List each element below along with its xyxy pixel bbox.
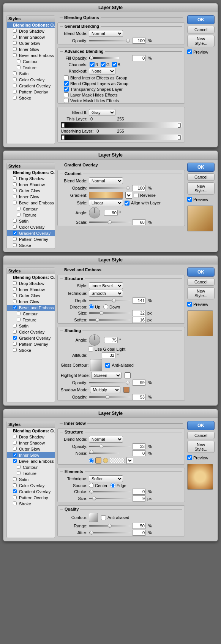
sidebar-item-inner-shadow[interactable]: Inner Shadow [7, 34, 55, 40]
sidebar-item-gradient-2[interactable]: Gradient Overlay [7, 230, 55, 236]
sidebar-item-pattern-4[interactable]: Pattern Overlay [7, 495, 55, 501]
bevel-soften-slider[interactable] [89, 318, 131, 322]
bevel-angle-input[interactable] [104, 337, 118, 343]
this-layer-bar[interactable] [61, 122, 182, 128]
sidebar-item-gradient-overlay-1[interactable]: Gradient Overlay [7, 83, 55, 89]
blend-interior-row[interactable]: Blend Interior Effects as Group [58, 75, 185, 81]
ig-opacity-handle[interactable] [99, 445, 103, 448]
sidebar-item-texture[interactable]: Texture [7, 65, 55, 71]
highlight-color-swatch[interactable] [125, 372, 131, 378]
cancel-button-4[interactable]: Cancel [187, 432, 215, 439]
ig-jitter-slider[interactable] [89, 530, 131, 535]
sidebar-item-bevel-2[interactable]: Bevel and Emboss [7, 200, 55, 206]
preview-checkbox-2[interactable] [187, 197, 192, 202]
sidebar-item-stroke-2[interactable]: Stroke [7, 242, 55, 248]
gradient-scale-input[interactable] [132, 219, 146, 225]
ig-gradient-dropdown[interactable]: ▼ [126, 457, 133, 464]
bevel-depth-handle[interactable] [112, 299, 116, 302]
sidebar-item-gradient-3[interactable]: Gradient Overlay [7, 335, 55, 341]
gradient-style-select[interactable]: Linear [89, 199, 123, 206]
gradient-opacity-slider[interactable] [89, 186, 131, 190]
gradient-opacity-input[interactable] [132, 185, 146, 191]
ig-noise-handle[interactable] [90, 450, 93, 454]
layer-mask-checkbox[interactable] [64, 92, 69, 97]
direction-down[interactable]: Down [103, 304, 120, 309]
sidebar-item-satin-3[interactable]: Satin [7, 323, 55, 329]
ig-choke-input[interactable] [132, 489, 146, 495]
ig-noise-input[interactable] [132, 450, 146, 456]
vector-mask-checkbox[interactable] [64, 98, 69, 103]
ig-blend-mode-select[interactable]: Normal [89, 436, 123, 443]
sidebar-item-satin[interactable]: Satin [7, 71, 55, 77]
transparency-shapes-checkbox[interactable] [64, 87, 69, 92]
opacity-input-1[interactable] [132, 38, 146, 44]
bevel-soften-input[interactable] [132, 317, 146, 323]
ig-technique-select[interactable]: Softer [89, 475, 123, 482]
new-style-button-3[interactable]: New Style... [187, 287, 215, 299]
underlying-left-handle[interactable] [62, 135, 65, 140]
underlying-layer-bar[interactable] [61, 134, 182, 140]
sidebar-item-outer-glow-4[interactable]: Outer Glow [7, 446, 55, 452]
new-style-button-1[interactable]: New Style... [187, 35, 215, 47]
sidebar-item-outer-glow-2[interactable]: Outer Glow [7, 188, 55, 194]
anti-aliased-checkbox-3[interactable] [105, 363, 110, 368]
preview-check-2[interactable]: Preview [187, 196, 215, 203]
shadow-mode-select[interactable]: Multiply [90, 386, 120, 393]
sidebar-item-outer-glow[interactable]: Outer Glow [7, 40, 55, 46]
gradient-dropdown[interactable]: ▼ [125, 192, 132, 199]
bevel-size-handle[interactable] [99, 311, 103, 315]
sidebar-item-color-overlay-1[interactable]: Color Overlay [7, 77, 55, 83]
preview-checkbox-3[interactable] [187, 302, 192, 307]
ig-contour-thumb[interactable] [89, 513, 98, 522]
gradient-blend-mode-select[interactable]: Normal [89, 177, 123, 184]
sidebar-item-satin-4[interactable]: Satin [7, 476, 55, 483]
preview-check-1[interactable]: Preview [187, 49, 215, 55]
ig-choke-handle[interactable] [90, 490, 93, 494]
sidebar-item-satin-2[interactable]: Satin [7, 218, 55, 224]
knockout-select[interactable]: None [89, 68, 115, 74]
source-edge[interactable]: Edge [110, 483, 126, 488]
gradient-angle-dial[interactable] [89, 207, 100, 218]
sidebar-item-inner-glow-2[interactable]: Inner Glow [7, 194, 55, 200]
ig-jitter-input[interactable] [132, 530, 146, 536]
sidebar-item-drop-shadow-3[interactable]: Drop Shadow [7, 280, 55, 286]
shadow-opacity-handle[interactable] [106, 395, 109, 399]
sidebar-item-texture-2[interactable]: Texture [7, 212, 55, 218]
channel-b[interactable]: B [112, 62, 120, 67]
highlight-opacity-handle[interactable] [126, 381, 129, 385]
cancel-button-2[interactable]: Cancel [187, 173, 215, 181]
fill-opacity-input[interactable] [132, 55, 146, 61]
fill-opacity-handle[interactable] [90, 56, 93, 60]
sidebar-item-drop-shadow[interactable]: Drop Shadow [7, 28, 55, 34]
source-center[interactable]: Center [89, 483, 107, 488]
sidebar-item-inner-glow-4[interactable]: Inner Glow [7, 452, 55, 458]
global-light-checkbox[interactable] [88, 347, 93, 351]
bevel-size-input[interactable] [132, 310, 146, 316]
layer-mask-row[interactable]: Layer Mask Hides Effects [58, 92, 185, 98]
transparency-shapes-row[interactable]: Transparency Shapes Layer [58, 86, 185, 92]
preview-check-4[interactable]: Preview [187, 454, 215, 461]
ig-solid-radio[interactable] [89, 458, 94, 463]
ok-button-3[interactable]: OK [187, 267, 215, 277]
sidebar-item-pattern-3[interactable]: Pattern Overlay [7, 341, 55, 347]
shadow-color-swatch[interactable] [123, 387, 129, 393]
channel-g[interactable]: G [101, 62, 110, 67]
ig-choke-slider[interactable] [89, 489, 131, 494]
opacity-slider-1[interactable] [89, 38, 131, 43]
ig-opacity-slider[interactable] [89, 444, 131, 449]
sidebar-item-blending-3[interactable]: Blending Options: Custom [7, 274, 55, 280]
sidebar-item-blending-4[interactable]: Blending Options: Custom [7, 428, 55, 434]
blend-if-select[interactable]: Gray [89, 109, 115, 116]
ig-range-slider[interactable] [89, 524, 131, 528]
sidebar-item-color-3[interactable]: Color Overlay [7, 329, 55, 335]
new-style-button-4[interactable]: New Style... [187, 441, 215, 453]
sidebar-item-color-4[interactable]: Color Overlay [7, 483, 55, 489]
opacity-handle-1[interactable] [126, 39, 130, 43]
use-global-light-row[interactable]: Use Global Light [58, 346, 185, 352]
preview-checkbox-1[interactable] [187, 49, 192, 54]
gradient-preview[interactable] [89, 192, 123, 199]
ig-size-slider[interactable] [89, 496, 131, 501]
sidebar-item-texture-3[interactable]: Texture [7, 317, 55, 323]
sidebar-item-blending-2[interactable]: Blending Options: Custom [7, 169, 55, 176]
sidebar-item-contour-3[interactable]: Contour [7, 311, 55, 317]
